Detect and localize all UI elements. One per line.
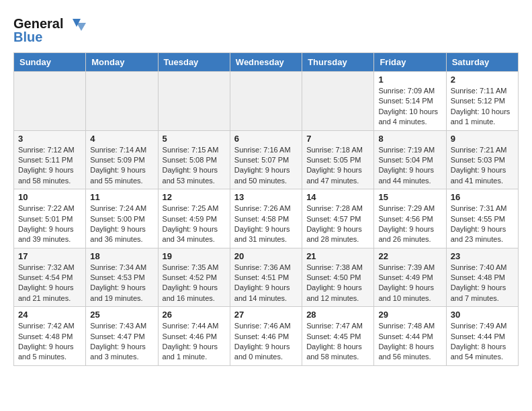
calendar-cell: 14Sunrise: 7:28 AM Sunset: 4:57 PM Dayli…: [302, 189, 374, 248]
day-info: Sunrise: 7:19 AM Sunset: 5:04 PM Dayligh…: [378, 145, 441, 187]
day-number: 24: [18, 310, 81, 320]
day-number: 11: [90, 192, 153, 202]
calendar-cell: 29Sunrise: 7:48 AM Sunset: 4:44 PM Dayli…: [374, 307, 446, 366]
day-header-friday: Friday: [374, 53, 446, 72]
day-header-tuesday: Tuesday: [158, 53, 230, 72]
day-number: 15: [378, 192, 441, 202]
day-number: 4: [90, 134, 153, 144]
day-info: Sunrise: 7:38 AM Sunset: 4:50 PM Dayligh…: [306, 263, 369, 304]
calendar-cell: 22Sunrise: 7:39 AM Sunset: 4:49 PM Dayli…: [374, 248, 446, 307]
day-number: 10: [18, 192, 81, 202]
day-number: 30: [451, 310, 514, 320]
day-info: Sunrise: 7:31 AM Sunset: 4:55 PM Dayligh…: [451, 203, 514, 245]
calendar-cell: 10Sunrise: 7:22 AM Sunset: 5:01 PM Dayli…: [14, 189, 86, 248]
day-number: 21: [306, 251, 369, 261]
calendar-cell: [158, 72, 230, 131]
day-number: 22: [378, 251, 441, 261]
day-number: 7: [306, 134, 369, 144]
day-number: 9: [451, 134, 514, 144]
day-header-thursday: Thursday: [302, 53, 374, 72]
day-info: Sunrise: 7:15 AM Sunset: 5:08 PM Dayligh…: [163, 145, 226, 187]
day-info: Sunrise: 7:22 AM Sunset: 5:01 PM Dayligh…: [18, 203, 81, 245]
day-info: Sunrise: 7:29 AM Sunset: 4:56 PM Dayligh…: [378, 203, 441, 245]
day-number: 5: [163, 134, 226, 144]
logo-svg: General Blue: [13, 13, 87, 43]
calendar-cell: [302, 72, 374, 131]
calendar-cell: 17Sunrise: 7:32 AM Sunset: 4:54 PM Dayli…: [14, 248, 86, 307]
day-info: Sunrise: 7:39 AM Sunset: 4:49 PM Dayligh…: [378, 263, 441, 304]
day-number: 19: [163, 251, 226, 261]
calendar-cell: 30Sunrise: 7:49 AM Sunset: 4:44 PM Dayli…: [446, 307, 518, 366]
day-number: 16: [451, 192, 514, 202]
day-info: Sunrise: 7:35 AM Sunset: 4:52 PM Dayligh…: [163, 263, 226, 304]
day-number: 12: [163, 192, 226, 202]
day-number: 2: [451, 75, 514, 85]
day-info: Sunrise: 7:48 AM Sunset: 4:44 PM Dayligh…: [378, 321, 441, 363]
day-info: Sunrise: 7:32 AM Sunset: 4:54 PM Dayligh…: [18, 263, 81, 304]
day-info: Sunrise: 7:14 AM Sunset: 5:09 PM Dayligh…: [90, 145, 153, 187]
day-header-sunday: Sunday: [14, 53, 86, 72]
day-number: 20: [234, 251, 298, 261]
calendar-cell: 20Sunrise: 7:36 AM Sunset: 4:51 PM Dayli…: [230, 248, 302, 307]
day-info: Sunrise: 7:49 AM Sunset: 4:44 PM Dayligh…: [451, 321, 514, 363]
day-info: Sunrise: 7:18 AM Sunset: 5:05 PM Dayligh…: [306, 145, 369, 187]
header-row: General Blue: [13, 13, 519, 46]
day-info: Sunrise: 7:16 AM Sunset: 5:07 PM Dayligh…: [234, 145, 298, 187]
day-info: Sunrise: 7:36 AM Sunset: 4:51 PM Dayligh…: [234, 263, 298, 304]
calendar-cell: 16Sunrise: 7:31 AM Sunset: 4:55 PM Dayli…: [446, 189, 518, 248]
calendar-cell: 13Sunrise: 7:26 AM Sunset: 4:58 PM Dayli…: [230, 189, 302, 248]
day-number: 28: [306, 310, 369, 320]
svg-marker-3: [77, 23, 86, 31]
day-number: 23: [451, 251, 514, 261]
calendar-cell: [14, 72, 86, 131]
calendar-header: SundayMondayTuesdayWednesdayThursdayFrid…: [14, 53, 519, 72]
day-info: Sunrise: 7:09 AM Sunset: 5:14 PM Dayligh…: [378, 86, 441, 128]
calendar-cell: 24Sunrise: 7:42 AM Sunset: 4:48 PM Dayli…: [14, 307, 86, 366]
calendar-week-4: 24Sunrise: 7:42 AM Sunset: 4:48 PM Dayli…: [14, 307, 519, 366]
day-number: 13: [234, 192, 298, 202]
day-info: Sunrise: 7:11 AM Sunset: 5:12 PM Dayligh…: [451, 86, 514, 128]
day-number: 29: [378, 310, 441, 320]
calendar-body: 1Sunrise: 7:09 AM Sunset: 5:14 PM Daylig…: [14, 72, 519, 366]
day-info: Sunrise: 7:43 AM Sunset: 4:47 PM Dayligh…: [90, 321, 153, 363]
day-number: 25: [90, 310, 153, 320]
calendar-cell: [230, 72, 302, 131]
calendar-week-2: 10Sunrise: 7:22 AM Sunset: 5:01 PM Dayli…: [14, 189, 519, 248]
calendar-cell: 2Sunrise: 7:11 AM Sunset: 5:12 PM Daylig…: [446, 72, 518, 131]
calendar-cell: 25Sunrise: 7:43 AM Sunset: 4:47 PM Dayli…: [86, 307, 158, 366]
svg-text:Blue: Blue: [13, 30, 42, 43]
calendar-cell: 15Sunrise: 7:29 AM Sunset: 4:56 PM Dayli…: [374, 189, 446, 248]
day-number: 26: [163, 310, 226, 320]
calendar-cell: [86, 72, 158, 131]
calendar-cell: 7Sunrise: 7:18 AM Sunset: 5:05 PM Daylig…: [302, 130, 374, 189]
logo: General Blue: [13, 13, 87, 46]
calendar-cell: 26Sunrise: 7:44 AM Sunset: 4:46 PM Dayli…: [158, 307, 230, 366]
calendar-cell: 21Sunrise: 7:38 AM Sunset: 4:50 PM Dayli…: [302, 248, 374, 307]
day-info: Sunrise: 7:24 AM Sunset: 5:00 PM Dayligh…: [90, 203, 153, 245]
day-info: Sunrise: 7:44 AM Sunset: 4:46 PM Dayligh…: [163, 321, 226, 363]
day-info: Sunrise: 7:40 AM Sunset: 4:48 PM Dayligh…: [451, 263, 514, 304]
day-info: Sunrise: 7:12 AM Sunset: 5:11 PM Dayligh…: [18, 145, 81, 187]
calendar-cell: 12Sunrise: 7:25 AM Sunset: 4:59 PM Dayli…: [158, 189, 230, 248]
svg-text:General: General: [13, 16, 63, 31]
calendar-cell: 8Sunrise: 7:19 AM Sunset: 5:04 PM Daylig…: [374, 130, 446, 189]
day-info: Sunrise: 7:25 AM Sunset: 4:59 PM Dayligh…: [163, 203, 226, 245]
calendar-cell: 27Sunrise: 7:46 AM Sunset: 4:46 PM Dayli…: [230, 307, 302, 366]
day-number: 3: [18, 134, 81, 144]
header-row-days: SundayMondayTuesdayWednesdayThursdayFrid…: [14, 53, 519, 72]
day-number: 1: [378, 75, 441, 85]
day-header-monday: Monday: [86, 53, 158, 72]
day-info: Sunrise: 7:21 AM Sunset: 5:03 PM Dayligh…: [451, 145, 514, 187]
calendar-week-1: 3Sunrise: 7:12 AM Sunset: 5:11 PM Daylig…: [14, 130, 519, 189]
day-info: Sunrise: 7:46 AM Sunset: 4:46 PM Dayligh…: [234, 321, 298, 363]
day-number: 18: [90, 251, 153, 261]
calendar-cell: 28Sunrise: 7:47 AM Sunset: 4:45 PM Dayli…: [302, 307, 374, 366]
day-header-saturday: Saturday: [446, 53, 518, 72]
calendar-cell: 5Sunrise: 7:15 AM Sunset: 5:08 PM Daylig…: [158, 130, 230, 189]
calendar-cell: 9Sunrise: 7:21 AM Sunset: 5:03 PM Daylig…: [446, 130, 518, 189]
day-number: 6: [234, 134, 298, 144]
day-number: 17: [18, 251, 81, 261]
calendar-cell: 18Sunrise: 7:34 AM Sunset: 4:53 PM Dayli…: [86, 248, 158, 307]
calendar-cell: 11Sunrise: 7:24 AM Sunset: 5:00 PM Dayli…: [86, 189, 158, 248]
calendar-week-0: 1Sunrise: 7:09 AM Sunset: 5:14 PM Daylig…: [14, 72, 519, 131]
